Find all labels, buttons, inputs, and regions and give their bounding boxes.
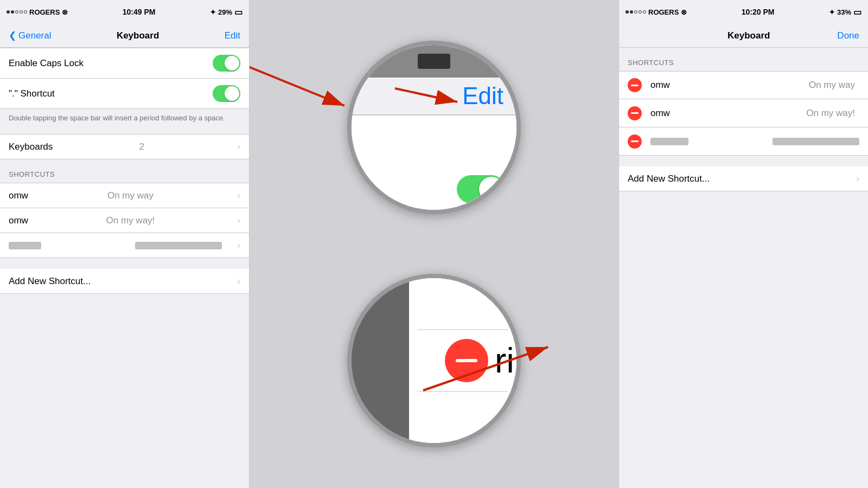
- period-shortcut-item[interactable]: "." Shortcut: [0, 79, 249, 109]
- left-shortcut-chevron-2: ›: [237, 240, 240, 251]
- zoom-edit-label: Edit: [462, 82, 503, 110]
- zoom-battery-slice: [418, 54, 450, 69]
- left-wifi-icon: ⊗: [62, 8, 68, 16]
- zoom-gray-side: [352, 278, 409, 443]
- left-shortcut-expansion-0: On my way: [107, 190, 154, 201]
- left-shortcut-chevron-0: ›: [237, 190, 240, 201]
- left-battery: 29%: [218, 8, 232, 16]
- left-back-button[interactable]: ❮ General: [9, 30, 51, 41]
- left-shortcut-phrase-1: omw: [9, 215, 28, 226]
- battery-icon: ▭: [234, 7, 242, 17]
- signal-dots: [7, 10, 27, 14]
- right-signal-dot-1: [626, 10, 629, 14]
- signal-dot-2: [11, 10, 14, 14]
- zoom-circle-top: Edit: [347, 41, 521, 214]
- right-battery: 33%: [837, 8, 851, 16]
- right-shortcut-row-2[interactable]: [619, 127, 868, 156]
- left-phone-panel: ROGERS ⊗ 10:49 PM ✦ 29% ▭ ❮ General Keyb…: [0, 0, 250, 488]
- add-shortcut-item[interactable]: Add New Shortcut... ›: [0, 269, 249, 294]
- middle-zoom-area: Edit: [250, 0, 618, 488]
- right-nav-title: Keyboard: [727, 30, 770, 41]
- zoom-top-content: Edit: [352, 45, 516, 210]
- right-delete-btn-1[interactable]: [628, 106, 642, 120]
- caps-lock-toggle[interactable]: [213, 55, 240, 72]
- left-status-bar: ROGERS ⊗ 10:49 PM ✦ 29% ▭: [0, 0, 249, 24]
- keyboards-label: Keyboards: [9, 142, 53, 152]
- left-edit-button[interactable]: Edit: [225, 30, 240, 41]
- right-carrier: ROGERS: [648, 8, 679, 16]
- right-status-bar: ROGERS ⊗ 10:20 PM ✦ 33% ▭: [619, 0, 868, 24]
- right-delete-btn-0[interactable]: [628, 78, 642, 92]
- right-signal-dot-5: [643, 10, 646, 14]
- period-shortcut-toggle-knob: [225, 86, 239, 101]
- right-shortcut-blurred-expansion: [773, 138, 859, 145]
- signal-dot-3: [15, 10, 18, 14]
- caps-lock-toggle-knob: [225, 56, 239, 70]
- spacer: [0, 258, 249, 269]
- right-status-right: ✦ 33% ▭: [829, 7, 861, 17]
- zoom-toggle-large-knob: [479, 177, 504, 202]
- left-status-right: ✦ 29% ▭: [210, 7, 242, 17]
- zoom-white-content: ri: [409, 278, 516, 443]
- left-shortcut-blurred-expansion: [135, 242, 222, 249]
- zoom-divider-1: [418, 329, 508, 330]
- zoom-divider-2: [418, 391, 508, 392]
- toggles-group: Enable Caps Lock "." Shortcut: [0, 48, 249, 109]
- caps-lock-label: Enable Caps Lock: [9, 58, 84, 69]
- right-nav-bar: Keyboard Done: [619, 24, 868, 48]
- zoom-bottom-content: ri: [352, 278, 516, 443]
- right-shortcut-row-0[interactable]: omw On my way: [619, 71, 868, 99]
- left-back-label: General: [18, 30, 51, 41]
- right-add-shortcut-item[interactable]: Add New Shortcut... ›: [619, 166, 868, 191]
- keyboards-group: Keyboards 2 ›: [0, 134, 249, 159]
- right-shortcuts-header: SHORTCUTS: [619, 48, 868, 71]
- signal-dot-4: [20, 10, 23, 14]
- right-shortcut-expansion-0: On my way: [694, 80, 855, 91]
- right-status-left: ROGERS ⊗: [626, 8, 687, 16]
- right-shortcut-row-1[interactable]: omw On my way!: [619, 99, 868, 127]
- right-content: SHORTCUTS omw On my way omw On my way!: [619, 48, 868, 488]
- enable-caps-lock-item[interactable]: Enable Caps Lock: [0, 48, 249, 79]
- zoom-nav-slice: Edit: [352, 78, 516, 115]
- left-shortcut-row-2[interactable]: ›: [0, 233, 249, 258]
- right-wifi-icon: ⊗: [681, 8, 687, 16]
- right-phone-panel: ROGERS ⊗ 10:20 PM ✦ 33% ▭ Keyboard Done …: [618, 0, 868, 488]
- left-shortcut-row-0[interactable]: omw On my way ›: [0, 183, 249, 208]
- left-shortcut-expansion-1: On my way!: [106, 215, 155, 226]
- period-shortcut-toggle[interactable]: [213, 85, 240, 102]
- zoom-ri-text: ri: [495, 341, 514, 381]
- zoom-toggle-area: [352, 115, 516, 210]
- right-signal-dots: [626, 10, 646, 14]
- left-shortcuts-header: SHORTCUTS: [0, 159, 249, 183]
- left-shortcut-chevron-1: ›: [237, 215, 240, 226]
- right-shortcut-phrase-1: omw: [650, 108, 694, 119]
- signal-dot-5: [24, 10, 27, 14]
- keyboards-count: 2: [139, 142, 144, 152]
- left-nav-bar: ❮ General Keyboard Edit: [0, 24, 249, 48]
- keyboards-chevron: ›: [237, 141, 240, 152]
- left-shortcut-row-1[interactable]: omw On my way! ›: [0, 208, 249, 233]
- svg-line-5: [250, 41, 344, 106]
- right-shortcut-blurred-phrase: [650, 138, 688, 145]
- zoom-toggle-large: [457, 175, 506, 203]
- right-done-button[interactable]: Done: [837, 30, 859, 41]
- right-delete-btn-2[interactable]: [628, 134, 642, 149]
- right-signal-dot-3: [634, 10, 637, 14]
- right-shortcut-expansion-1: On my way!: [694, 108, 855, 119]
- right-add-shortcut-chevron: ›: [856, 173, 859, 184]
- left-shortcuts-group: omw On my way › omw On my way! › ›: [0, 183, 249, 258]
- keyboards-item[interactable]: Keyboards 2 ›: [0, 134, 249, 159]
- zoom-status-slice: [352, 45, 516, 78]
- right-bluetooth-icon: ✦: [829, 8, 835, 16]
- zoom-circle-bottom: ri: [347, 274, 521, 447]
- bluetooth-icon: ✦: [210, 8, 216, 16]
- period-shortcut-footer: Double tapping the space bar will insert…: [0, 109, 249, 134]
- left-nav-title: Keyboard: [117, 30, 159, 41]
- zoom-delete-button[interactable]: [445, 339, 488, 382]
- left-status-left: ROGERS ⊗: [7, 8, 68, 16]
- left-shortcut-phrase-0: omw: [9, 190, 28, 201]
- left-time: 10:49 PM: [123, 8, 156, 16]
- right-time: 10:20 PM: [742, 8, 775, 16]
- right-shortcut-phrase-0: omw: [650, 80, 694, 91]
- left-content: Enable Caps Lock "." Shortcut Double tap…: [0, 48, 249, 488]
